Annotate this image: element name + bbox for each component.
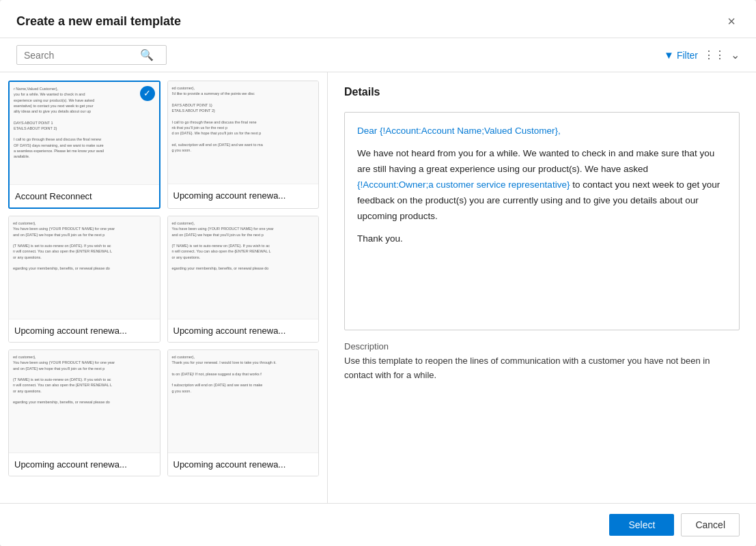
template-preview-upcoming-renewal-3: ed customer}, You have been using {YOUR … <box>168 216 319 319</box>
cancel-button[interactable]: Cancel <box>681 513 740 536</box>
template-preview-upcoming-renewal-5: ed customer}, Thank you for your renewal… <box>168 350 319 452</box>
template-preview-text-upcoming-renewal-5: ed customer}, Thank you for your renewal… <box>172 354 315 394</box>
description-text: Use this template to reopen the lines of… <box>344 354 740 383</box>
description-label: Description <box>344 341 740 351</box>
template-card-account-reconnect[interactable]: r Name,Valued Customer}, you for a while… <box>8 81 160 209</box>
selected-checkmark: ✓ <box>140 86 155 101</box>
template-name-upcoming-renewal-2: Upcoming account renewa... <box>9 319 160 342</box>
content-area: r Name,Valued Customer}, you for a while… <box>0 72 756 503</box>
details-preview-box: Dear {!Account:Account Name;Valued Custo… <box>344 112 740 330</box>
grid-icon: ⋮⋮ <box>703 48 725 61</box>
details-paragraph1: We have not heard from you for a while. … <box>357 146 727 225</box>
template-name-upcoming-renewal-5: Upcoming account renewa... <box>168 452 319 476</box>
template-preview-text-upcoming-renewal-4: ed customer}, You have been using {YOUR … <box>13 354 156 405</box>
template-card-upcoming-renewal-3[interactable]: ed customer}, You have been using {YOUR … <box>167 216 320 343</box>
search-icon[interactable]: 🔍 <box>140 48 154 61</box>
select-button[interactable]: Select <box>609 514 674 536</box>
create-email-template-dialog: Create a new email template × 🔍 ▼ Filter… <box>0 0 756 546</box>
details-panel: Details Dear {!Account:Account Name;Valu… <box>328 72 756 503</box>
grid-view-button[interactable]: ⋮⋮ <box>703 48 725 61</box>
greeting-token: Dear {!Account:Account Name;Valued Custo… <box>357 126 561 136</box>
template-preview-upcoming-renewal-1: ed customer}, I'd like to provide a summ… <box>168 81 319 184</box>
details-title: Details <box>344 86 740 98</box>
template-preview-text-account-reconnect: r Name,Valued Customer}, you for a while… <box>14 86 155 159</box>
template-preview-upcoming-renewal-2: ed customer}, You have been using {YOUR … <box>9 216 160 319</box>
search-box: 🔍 <box>16 45 167 65</box>
template-preview-account-reconnect: r Name,Valued Customer}, you for a while… <box>10 82 159 184</box>
filter-button[interactable]: ▼ Filter <box>664 49 698 61</box>
template-card-upcoming-renewal-5[interactable]: ed customer}, Thank you for your renewal… <box>167 349 320 476</box>
template-preview-upcoming-renewal-4: ed customer}, You have been using {YOUR … <box>9 350 160 452</box>
template-name-upcoming-renewal-1: Upcoming account renewa... <box>168 184 319 207</box>
template-card-upcoming-renewal-2[interactable]: ed customer}, You have been using {YOUR … <box>8 216 160 343</box>
details-paragraph2: Thank you. <box>357 231 727 247</box>
search-input[interactable] <box>24 50 140 61</box>
close-button[interactable]: × <box>723 12 740 31</box>
template-preview-text-upcoming-renewal-1: ed customer}, I'd like to provide a summ… <box>172 85 315 153</box>
template-name-account-reconnect: Account Reconnect <box>10 184 159 207</box>
filter-icon: ▼ <box>664 49 674 61</box>
template-card-upcoming-renewal-4[interactable]: ed customer}, You have been using {YOUR … <box>8 349 160 476</box>
toolbar: 🔍 ▼ Filter ⋮⋮ ⌄ <box>0 38 756 72</box>
owner-token: {!Account:Owner;a customer service repre… <box>357 179 570 190</box>
dialog-footer: Select Cancel <box>0 503 756 546</box>
template-preview-text-upcoming-renewal-3: ed customer}, You have been using {YOUR … <box>172 220 315 271</box>
filter-label: Filter <box>677 50 698 61</box>
chevron-down-icon: ⌄ <box>731 48 740 61</box>
template-card-upcoming-renewal-1[interactable]: ed customer}, I'd like to provide a summ… <box>167 81 320 209</box>
template-preview-text-upcoming-renewal-2: ed customer}, You have been using {YOUR … <box>13 220 156 271</box>
dialog-header: Create a new email template × <box>0 0 756 38</box>
template-name-upcoming-renewal-3: Upcoming account renewa... <box>168 319 319 342</box>
details-greeting: Dear {!Account:Account Name;Valued Custo… <box>357 124 727 139</box>
dialog-title: Create a new email template <box>16 14 181 29</box>
description-section: Description Use this template to reopen … <box>344 341 740 383</box>
templates-panel: r Name,Valued Customer}, you for a while… <box>0 72 328 503</box>
chevron-down-button[interactable]: ⌄ <box>731 48 740 61</box>
toolbar-right: ▼ Filter ⋮⋮ ⌄ <box>664 48 740 61</box>
template-name-upcoming-renewal-4: Upcoming account renewa... <box>9 452 160 476</box>
